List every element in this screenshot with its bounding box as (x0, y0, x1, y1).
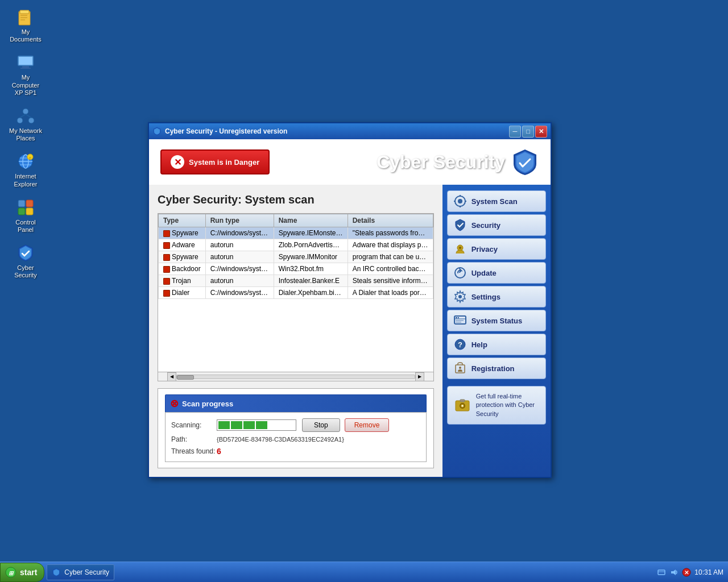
cell-type: Spyware (159, 227, 206, 239)
scroll-left-arrow[interactable]: ◀ (167, 372, 176, 381)
taskbar: ⊞ start Cyber Security (0, 562, 728, 582)
app-title-area: Cyber Security (377, 148, 539, 176)
path-value: {BD57204E-834798-C3DA563319EC2492A1} (217, 436, 344, 443)
sidebar-btn-help[interactable]: ? Help (447, 334, 546, 355)
threats-count: 6 (217, 447, 221, 456)
progress-fill (217, 420, 268, 430)
table-scrollbar[interactable]: ◀ ▶ (158, 372, 434, 381)
settings-icon (453, 290, 467, 304)
window-body: Cyber Security: System scan Type Run typ… (149, 185, 551, 477)
ie-icon: e (16, 152, 35, 171)
maximize-button[interactable]: □ (522, 126, 534, 138)
system-scan-icon (453, 194, 467, 208)
table-row[interactable]: Adware autorun Zlob.PornAdvertiser.ba Ad… (159, 239, 433, 251)
control-panel-icon (16, 198, 35, 217)
start-icon: ⊞ (5, 567, 16, 578)
registration-label: Registration (471, 364, 515, 373)
sidebar-btn-security[interactable]: Security (447, 214, 546, 236)
my-network-label: My Network Places (8, 127, 43, 142)
cell-runtype: autorun (205, 239, 274, 251)
remove-button[interactable]: Remove (345, 418, 390, 432)
taskbar-item-label: Cyber Security (64, 568, 109, 576)
table-row[interactable]: Trojan autorun Infostealer.Banker.E Stea… (159, 275, 433, 287)
scanning-row: Scanning: Stop Remove (171, 418, 420, 432)
table-row[interactable]: Spyware autorun Spyware.IMMonitor progra… (159, 251, 433, 263)
cell-name: Spyware.IMMonitor (274, 251, 348, 263)
danger-icon: ✕ (171, 155, 184, 169)
window-header-banner: ✕ System is in Danger Cyber Security (149, 139, 551, 185)
sidebar-btn-privacy[interactable]: Privacy (447, 238, 546, 260)
svg-point-11 (28, 118, 34, 123)
my-computer-label: My ComputerXP SP1 (8, 74, 43, 97)
scrollbar-thumb[interactable] (177, 375, 194, 380)
svg-rect-4 (20, 19, 25, 20)
svg-rect-23 (18, 208, 25, 215)
security-label: Security (471, 221, 500, 230)
svg-point-10 (17, 118, 23, 123)
security-icon (453, 218, 467, 232)
cell-details: Steals sensitive information f... (348, 275, 433, 287)
svg-marker-54 (671, 569, 676, 575)
start-button[interactable]: ⊞ start (0, 563, 44, 582)
close-button[interactable]: ✕ (535, 126, 547, 138)
svg-point-26 (458, 199, 462, 203)
sidebar-btn-registration[interactable]: Registration (447, 357, 546, 379)
scanning-label: Scanning: (171, 421, 217, 429)
cell-details: "Steals passwords from Inte... (348, 227, 433, 239)
desktop-icon-my-documents[interactable]: My Documents (6, 6, 46, 45)
stop-button[interactable]: Stop (302, 418, 340, 432)
promo-text: Get full real-time protection with Cyber… (476, 392, 540, 418)
scan-results-table-container: Type Run type Name Details Spyware C://w… (158, 213, 434, 372)
svg-rect-49 (460, 400, 465, 402)
threat-icon (163, 290, 170, 297)
desktop-icon-ie[interactable]: e Internet Explorer (6, 150, 46, 190)
my-computer-icon (16, 53, 35, 72)
taskbar-item-cyber-security[interactable]: Cyber Security (47, 564, 114, 580)
scrollbar-track[interactable] (176, 375, 415, 379)
sidebar-btn-system-status[interactable]: System Status (447, 310, 546, 331)
privacy-icon (453, 242, 467, 256)
table-row[interactable]: Dialer C://windows/system... Dialer.Xpeh… (159, 287, 433, 299)
desktop-icon-my-computer[interactable]: My ComputerXP SP1 (6, 51, 46, 99)
table-row[interactable]: Spyware C://windows/system... Spyware.IE… (159, 227, 433, 239)
system-status-label: System Status (471, 317, 523, 325)
my-documents-icon (16, 8, 35, 26)
desktop-icon-cyber-security[interactable]: Cyber Security (6, 242, 46, 281)
svg-rect-1 (20, 10, 29, 14)
taskbar-items: Cyber Security (44, 564, 652, 580)
cyber-security-desktop-label: Cyber Security (8, 264, 43, 279)
svg-line-13 (26, 114, 31, 118)
sidebar-btn-settings[interactable]: Settings (447, 286, 546, 307)
path-label: Path: (171, 435, 217, 443)
svg-text:?: ? (458, 340, 462, 349)
threat-icon (163, 266, 170, 273)
sidebar-btn-system-scan[interactable]: System Scan (447, 190, 546, 212)
path-row: Path: {BD57204E-834798-C3DA563319EC2492A… (171, 435, 420, 443)
cell-name: Infostealer.Banker.E (274, 275, 348, 287)
tray-sound-icon (669, 568, 679, 577)
promo-icon (453, 396, 471, 414)
svg-rect-37 (456, 317, 457, 318)
svg-point-44 (459, 367, 461, 369)
desktop-icon-my-network[interactable]: My Network Places (6, 105, 46, 144)
scroll-right-arrow[interactable]: ▶ (415, 372, 424, 381)
svg-rect-7 (22, 66, 29, 68)
svg-point-48 (461, 405, 463, 407)
cell-runtype: autorun (205, 275, 274, 287)
cyber-security-desktop-icon (16, 244, 35, 262)
danger-button[interactable]: ✕ System is in Danger (160, 149, 270, 174)
table-row[interactable]: Backdoor C://windows/system... Win32.Rbo… (159, 263, 433, 275)
sidebar-btn-update[interactable]: Update (447, 262, 546, 284)
desktop-icon-control-panel[interactable]: Control Panel (6, 196, 46, 236)
app-title-text: Cyber Security (377, 152, 505, 173)
minimize-button[interactable]: ─ (509, 126, 521, 138)
col-header-details: Details (348, 214, 433, 227)
progress-block-1 (218, 421, 230, 429)
cell-runtype: autorun (205, 251, 274, 263)
danger-text: System is in Danger (189, 158, 259, 167)
progress-buttons: Stop Remove (302, 418, 389, 432)
cell-runtype: C://windows/system... (205, 287, 274, 299)
cyber-security-window: Cyber Security - Unregistered version ─ … (148, 122, 552, 478)
svg-point-9 (23, 109, 28, 114)
cell-details: An IRC controlled backdoor t... (348, 263, 433, 275)
